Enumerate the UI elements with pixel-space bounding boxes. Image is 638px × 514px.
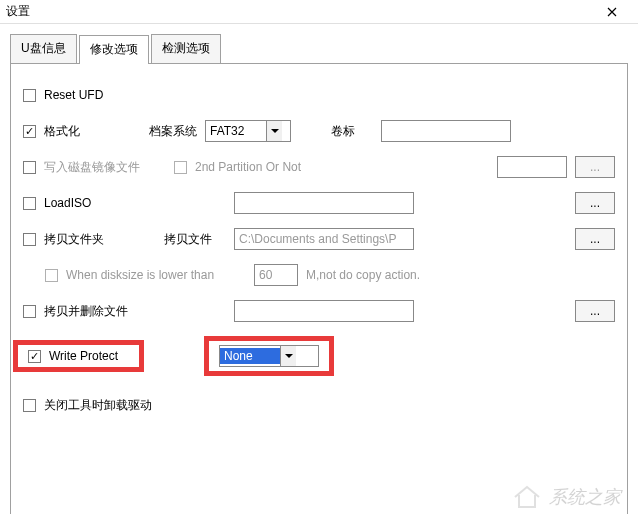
copy-folder-path: C:\Documents and Settings\P [234, 228, 414, 250]
volume-label: 卷标 [331, 123, 361, 140]
disksize-checkbox [45, 269, 58, 282]
copy-delete-checkbox[interactable] [23, 305, 36, 318]
copy-folder-label: 拷贝文件夹 [44, 231, 144, 248]
window-title: 设置 [6, 3, 592, 20]
write-protect-label: Write Protect [49, 349, 129, 363]
disksize-suffix: M,not do copy action. [306, 268, 420, 282]
copy-folder-checkbox[interactable] [23, 233, 36, 246]
write-protect-value: None [220, 348, 280, 364]
disksize-label: When disksize is lower than [66, 268, 246, 282]
copy-delete-path [234, 300, 414, 322]
close-icon [607, 7, 617, 17]
write-protect-highlight: Write Protect [13, 340, 144, 372]
second-partition-checkbox [174, 161, 187, 174]
copy-file-label: 拷贝文件 [164, 231, 220, 248]
tab-modify-options[interactable]: 修改选项 [79, 35, 149, 64]
write-image-path [497, 156, 567, 178]
write-protect-checkbox[interactable] [28, 350, 41, 363]
house-icon [511, 483, 543, 511]
disksize-value: 60 [254, 264, 298, 286]
close-tool-label: 关闭工具时卸载驱动 [44, 397, 152, 414]
write-protect-select[interactable]: None [219, 345, 319, 367]
copy-delete-label: 拷贝并删除文件 [44, 303, 234, 320]
format-checkbox[interactable] [23, 125, 36, 138]
format-label: 格式化 [44, 123, 149, 140]
copy-delete-browse-button[interactable]: ... [575, 300, 615, 322]
second-partition-label: 2nd Partition Or Not [195, 160, 301, 174]
tab-check-options[interactable]: 检测选项 [151, 34, 221, 63]
options-panel: Reset UFD 格式化 档案系统 FAT32 卷标 写入磁盘镜像文件 2nd… [10, 63, 628, 514]
loadiso-checkbox[interactable] [23, 197, 36, 210]
write-image-label: 写入磁盘镜像文件 [44, 159, 164, 176]
reset-ufd-checkbox[interactable] [23, 89, 36, 102]
loadiso-path [234, 192, 414, 214]
watermark: 系统之家 [511, 483, 621, 511]
close-button[interactable] [592, 0, 632, 24]
chevron-down-icon [266, 121, 282, 141]
write-protect-select-highlight: None [204, 336, 334, 376]
filesystem-select[interactable]: FAT32 [205, 120, 291, 142]
loadiso-browse-button[interactable]: ... [575, 192, 615, 214]
tab-udisk-info[interactable]: U盘信息 [10, 34, 77, 63]
volume-input[interactable] [381, 120, 511, 142]
write-image-checkbox[interactable] [23, 161, 36, 174]
close-tool-checkbox[interactable] [23, 399, 36, 412]
tab-bar: U盘信息 修改选项 检测选项 [10, 34, 638, 63]
filesystem-value: FAT32 [206, 124, 266, 138]
reset-ufd-label: Reset UFD [44, 88, 149, 102]
loadiso-label: LoadISO [44, 196, 234, 210]
chevron-down-icon [280, 346, 296, 366]
filesystem-label: 档案系统 [149, 123, 205, 140]
copy-folder-browse-button[interactable]: ... [575, 228, 615, 250]
write-image-browse-button[interactable]: ... [575, 156, 615, 178]
